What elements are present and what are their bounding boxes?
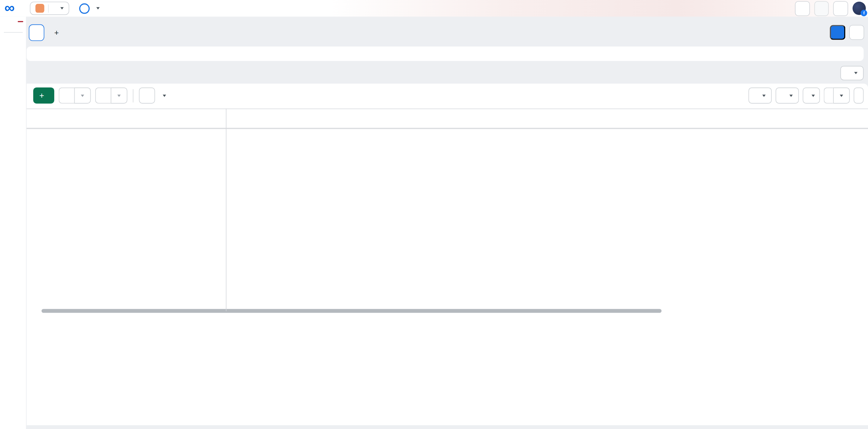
level-tabs (27, 65, 868, 84)
avatar[interactable]: f (853, 2, 866, 15)
meta-logo-icon: ∞ (5, 2, 14, 13)
chevron-down-icon (790, 95, 793, 97)
chevron-down-icon (162, 95, 166, 97)
more-menu-button[interactable] (155, 88, 170, 104)
chevron-down-icon (854, 72, 857, 74)
opportunity-score[interactable] (79, 3, 99, 14)
columns-selector-button[interactable] (749, 88, 772, 104)
filter-bar: + (29, 25, 868, 41)
ads-manager-app: ∞ f (0, 0, 868, 429)
create-button[interactable]: + (33, 88, 54, 104)
main-content: + + (27, 16, 868, 429)
table-header-row (27, 109, 868, 129)
top-bar: ∞ f (0, 0, 868, 16)
search-filter-button[interactable] (29, 25, 44, 41)
reports-button[interactable] (803, 88, 820, 104)
table-panel: + (27, 84, 868, 425)
more-options-button[interactable] (833, 1, 848, 16)
notification-count-badge (18, 21, 23, 22)
portfolio-badge (35, 4, 44, 13)
ad-account-selector[interactable] (30, 2, 69, 15)
duplicate-button[interactable] (58, 88, 74, 104)
chevron-down-icon (812, 95, 815, 97)
action-toolbar: + (33, 88, 864, 104)
ab-test-button[interactable] (139, 88, 155, 104)
chevron-down-icon (96, 7, 99, 9)
breakdown-button[interactable] (776, 88, 799, 104)
edit-button[interactable] (95, 88, 111, 104)
plus-icon: + (54, 28, 59, 37)
plus-icon: + (39, 91, 44, 100)
frozen-column-divider (226, 109, 227, 311)
charts-button[interactable] (854, 88, 863, 104)
duplicate-dropdown-button[interactable] (74, 88, 90, 104)
export-dropdown-button[interactable] (833, 88, 849, 104)
divider (133, 89, 133, 102)
date-range-selector[interactable] (840, 66, 863, 80)
search-input[interactable] (27, 47, 864, 61)
score-ring-icon (79, 3, 89, 14)
campaigns-table (27, 109, 868, 149)
refresh-button[interactable] (795, 1, 810, 16)
divider (48, 4, 49, 13)
chevron-down-icon (60, 7, 63, 9)
export-button[interactable] (824, 88, 833, 104)
see-more-button[interactable]: + (54, 28, 62, 37)
left-sidebar (0, 16, 27, 429)
horizontal-scrollbar[interactable] (42, 309, 662, 313)
filter-settings-button[interactable] (849, 25, 864, 40)
divider (4, 32, 22, 33)
chevron-down-icon (762, 95, 765, 97)
create-a-view-button[interactable] (830, 25, 845, 40)
review-and-publish-button[interactable] (814, 1, 829, 16)
table-footer-row (27, 129, 868, 149)
search-bar (27, 47, 864, 61)
facebook-badge-icon: f (860, 9, 868, 17)
edit-dropdown-button[interactable] (111, 88, 127, 104)
